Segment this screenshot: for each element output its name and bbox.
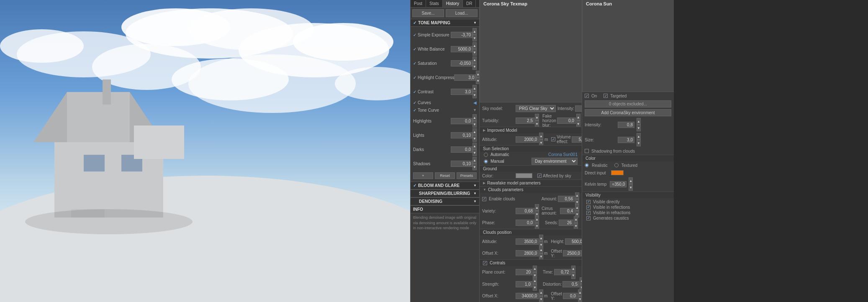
sky-model-select[interactable]: PRG Clear Sky bbox=[516, 105, 556, 112]
excluded-box[interactable]: 0 objects excluded... bbox=[585, 100, 671, 107]
time-up[interactable]: ▲ bbox=[571, 266, 575, 272]
sun-intensity-down[interactable]: ▼ bbox=[637, 125, 641, 131]
tab-post[interactable]: Post bbox=[411, 0, 426, 7]
darks-down[interactable]: ▼ bbox=[473, 149, 477, 156]
plane-count-up[interactable]: ▲ bbox=[533, 266, 537, 272]
day-environment-select[interactable]: Day environment bbox=[532, 158, 578, 165]
intensity-input[interactable] bbox=[575, 105, 582, 112]
kelvin-input[interactable] bbox=[610, 181, 627, 187]
highlights-down[interactable]: ▼ bbox=[473, 121, 477, 128]
realistic-radio[interactable] bbox=[585, 163, 589, 167]
amount-up[interactable]: ▲ bbox=[575, 192, 579, 199]
saturation-input[interactable] bbox=[451, 60, 473, 67]
shadow-check[interactable] bbox=[585, 149, 589, 153]
kelvin-down[interactable]: ▼ bbox=[629, 184, 633, 191]
turbidity-up[interactable]: ▲ bbox=[535, 114, 539, 120]
targeted-check[interactable] bbox=[603, 94, 608, 98]
saturation-down[interactable]: ▼ bbox=[473, 63, 477, 70]
plane-count-input[interactable] bbox=[516, 269, 532, 275]
highlight-compress-input[interactable] bbox=[454, 74, 476, 81]
phase-input[interactable] bbox=[516, 220, 534, 226]
cp-height-input[interactable] bbox=[565, 238, 582, 245]
clouds-header[interactable]: ▼ Clouds parameters bbox=[480, 186, 582, 193]
bloom-glare-header[interactable]: ✓ BLOOM AND GLARE ▼ bbox=[411, 182, 479, 189]
denoising-header[interactable]: DENOISING ▼ bbox=[411, 197, 479, 205]
cirrus-up[interactable]: ▲ bbox=[575, 204, 579, 211]
seeds-up[interactable]: ▲ bbox=[574, 216, 578, 223]
ctrl-offset-x-input[interactable] bbox=[516, 293, 539, 299]
strength-input[interactable] bbox=[516, 281, 532, 287]
tab-lightmix[interactable]: LightMix bbox=[476, 0, 479, 7]
tone-mapping-header[interactable]: ✓ TONE MAPPING ▼ bbox=[411, 19, 479, 27]
highlight-compress-up[interactable]: ▲ bbox=[476, 71, 479, 77]
generates-caustics-check[interactable] bbox=[586, 216, 591, 220]
volume-effect-check[interactable] bbox=[551, 137, 555, 141]
offset-x-input[interactable] bbox=[516, 250, 539, 256]
reset-button[interactable]: Reset bbox=[435, 172, 455, 179]
kelvin-up[interactable]: ▲ bbox=[629, 177, 633, 184]
tab-dr[interactable]: DR bbox=[463, 0, 476, 7]
presets-button[interactable]: Presets bbox=[457, 172, 477, 179]
tab-history[interactable]: History bbox=[443, 0, 463, 7]
sharpening-header[interactable]: SHARPENING/BLURRING ▼ bbox=[411, 189, 479, 197]
shadows-input[interactable] bbox=[451, 161, 473, 167]
altitude-up[interactable]: ▲ bbox=[539, 133, 543, 139]
phase-up[interactable]: ▲ bbox=[535, 216, 539, 223]
enable-clouds-check[interactable] bbox=[482, 197, 486, 201]
visible-directly-check[interactable] bbox=[586, 200, 591, 204]
strength-up[interactable]: ▲ bbox=[533, 277, 537, 284]
white-balance-up[interactable]: ▲ bbox=[473, 42, 477, 49]
contrast-input[interactable] bbox=[451, 89, 473, 95]
affected-by-sky-check[interactable] bbox=[537, 174, 542, 178]
save-button[interactable]: Save... bbox=[412, 9, 444, 17]
contrast-down[interactable]: ▼ bbox=[473, 92, 477, 98]
cp-altitude-input[interactable] bbox=[516, 238, 539, 245]
offset-x-up[interactable]: ▲ bbox=[539, 247, 543, 253]
simple-exposure-input[interactable] bbox=[451, 32, 473, 38]
time-input[interactable] bbox=[554, 269, 571, 275]
ctrl-offset-y-up[interactable]: ▲ bbox=[578, 289, 582, 296]
shadows-up[interactable]: ▲ bbox=[473, 157, 477, 164]
ctrl-offset-y-input[interactable] bbox=[563, 293, 578, 299]
plus-button[interactable]: + bbox=[413, 172, 433, 179]
volume-effect-input[interactable] bbox=[572, 136, 582, 143]
textured-radio[interactable] bbox=[614, 163, 619, 167]
darks-input[interactable] bbox=[451, 146, 473, 153]
tone-curve-arrow[interactable]: ▼ bbox=[473, 108, 477, 112]
lights-up[interactable]: ▲ bbox=[473, 128, 477, 135]
controls-check[interactable] bbox=[483, 261, 487, 265]
tab-stats[interactable]: Stats bbox=[426, 0, 443, 7]
visible-refractions-check[interactable] bbox=[586, 211, 591, 215]
altitude-input[interactable] bbox=[516, 136, 539, 143]
sun-intensity-up[interactable]: ▲ bbox=[637, 118, 641, 125]
on-check[interactable] bbox=[585, 94, 589, 98]
white-balance-down[interactable]: ▼ bbox=[473, 49, 477, 56]
info-header[interactable]: INFO bbox=[411, 205, 479, 213]
variety-up[interactable]: ▲ bbox=[535, 204, 539, 211]
cpa-up[interactable]: ▲ bbox=[539, 235, 543, 241]
ground-color-swatch[interactable] bbox=[516, 173, 532, 178]
sun-size-input[interactable] bbox=[618, 137, 634, 143]
ctrl-offset-x-down[interactable]: ▼ bbox=[539, 296, 543, 302]
amount-input[interactable] bbox=[558, 196, 575, 202]
fake-horizon-down[interactable]: ▼ bbox=[576, 120, 580, 127]
distortion-input[interactable] bbox=[562, 281, 579, 287]
turbidity-input[interactable] bbox=[516, 118, 534, 124]
fake-horizon-up[interactable]: ▲ bbox=[576, 114, 580, 120]
contrast-up[interactable]: ▲ bbox=[473, 85, 477, 92]
darks-up[interactable]: ▲ bbox=[473, 143, 477, 149]
sun-intensity-input[interactable] bbox=[618, 122, 634, 128]
load-button[interactable]: Load... bbox=[446, 9, 478, 17]
fake-horizon-input[interactable] bbox=[557, 118, 576, 124]
sun-size-down[interactable]: ▼ bbox=[637, 140, 641, 146]
variety-input[interactable] bbox=[516, 208, 534, 214]
automatic-radio[interactable] bbox=[484, 153, 488, 157]
shadows-down[interactable]: ▼ bbox=[473, 164, 477, 170]
corona-sun-link[interactable]: Corona Sun001 bbox=[548, 152, 578, 157]
cirrus-input[interactable] bbox=[560, 208, 575, 214]
seeds-input[interactable] bbox=[559, 220, 573, 226]
sun-size-up[interactable]: ▲ bbox=[637, 133, 641, 140]
simple-exposure-down[interactable]: ▼ bbox=[473, 35, 477, 41]
offset-y-input[interactable] bbox=[563, 250, 582, 256]
ctrl-offset-y-down[interactable]: ▼ bbox=[578, 296, 582, 302]
